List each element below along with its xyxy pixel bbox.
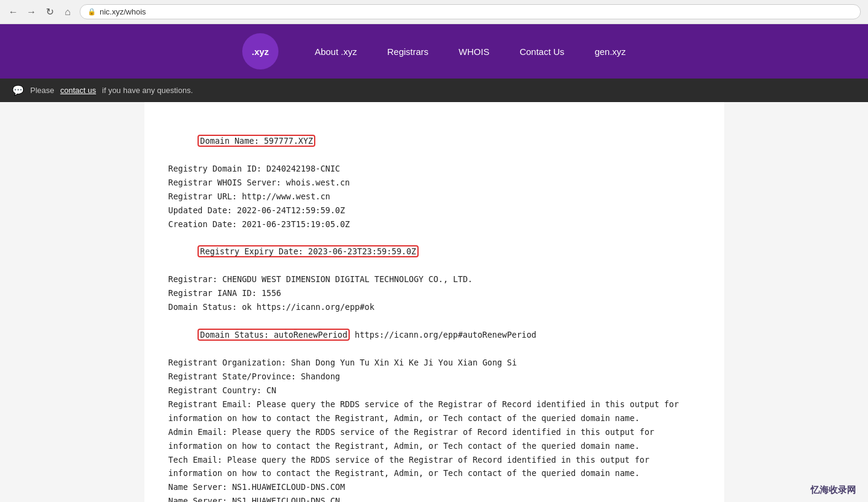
- registrar-whois: Registrar WHOIS Server: whois.west.cn: [169, 176, 700, 190]
- browser-chrome: ← → ↻ ⌂ 🔒 nic.xyz/whois: [0, 0, 868, 24]
- nav-gen[interactable]: gen.xyz: [594, 47, 626, 57]
- reload-button[interactable]: ↻: [43, 6, 56, 18]
- nav-registrars[interactable]: Registrars: [387, 47, 428, 57]
- chat-icon: 💬: [12, 85, 24, 96]
- nav-whois[interactable]: WHOIS: [458, 47, 489, 57]
- registrant-country: Registrant Country: CN: [169, 384, 700, 397]
- nav-contact[interactable]: Contact Us: [519, 47, 564, 57]
- domain-status-ok: Domain Status: ok https://icann.org/epp#…: [169, 300, 700, 314]
- forward-button[interactable]: →: [25, 6, 37, 18]
- info-prefix: Please: [30, 86, 54, 95]
- lock-icon: 🔒: [88, 8, 96, 16]
- domain-name-highlighted: Domain Name: 597777.XYZ: [198, 135, 315, 147]
- domain-status-auto-url: https://icann.org/epp#autoRenewPeriod: [350, 330, 536, 339]
- ns2: Name Server: NS1.HUAWEICLOUD-DNS.CN: [169, 494, 700, 502]
- registry-domain-id: Registry Domain ID: D240242198-CNIC: [169, 162, 700, 176]
- registrant-state: Registrant State/Province: Shandong: [169, 370, 700, 384]
- domain-status-auto-line: Domain Status: autoRenewPeriod https://i…: [169, 314, 700, 356]
- home-button[interactable]: ⌂: [62, 6, 74, 18]
- logo[interactable]: .xyz: [242, 33, 278, 69]
- nav-about[interactable]: About .xyz: [315, 47, 357, 57]
- site-header: .xyz About .xyz Registrars WHOIS Contact…: [0, 24, 868, 79]
- registrant-org: Registrant Organization: Shan Dong Yun T…: [169, 356, 700, 370]
- tech-email: Tech Email: Please query the RDDS servic…: [169, 453, 700, 481]
- info-bar: 💬 Please contact us if you have any ques…: [0, 79, 868, 102]
- registrar-url: Registrar URL: http://www.west.cn: [169, 190, 700, 204]
- whois-data: Domain Name: 597777.XYZ Registry Domain …: [169, 120, 700, 502]
- updated-date: Updated Date: 2022-06-24T12:59:59.0Z: [169, 204, 700, 217]
- contact-link[interactable]: contact us: [60, 86, 96, 95]
- admin-email: Admin Email: Please query the RDDS servi…: [169, 425, 700, 453]
- watermark-text: 忆海收录网: [811, 484, 856, 495]
- creation-date: Creation Date: 2021-06-23T15:19:05.0Z: [169, 217, 700, 231]
- registrant-email: Registrant Email: Please query the RDDS …: [169, 397, 700, 425]
- domain-name-line: Domain Name: 597777.XYZ: [169, 120, 700, 162]
- expiry-date-highlighted: Registry Expiry Date: 2023-06-23T23:59:5…: [198, 245, 419, 257]
- registrar-line: Registrar: CHENGDU WEST DIMENSION DIGITA…: [169, 272, 700, 286]
- url-text: nic.xyz/whois: [100, 7, 146, 16]
- nav-links: About .xyz Registrars WHOIS Contact Us g…: [315, 47, 626, 57]
- back-button[interactable]: ←: [7, 6, 19, 18]
- info-suffix: if you have any questions.: [102, 86, 193, 95]
- address-bar[interactable]: 🔒 nic.xyz/whois: [80, 4, 861, 19]
- expiry-date-line: Registry Expiry Date: 2023-06-23T23:59:5…: [169, 231, 700, 273]
- main-content: Domain Name: 597777.XYZ Registry Domain …: [144, 102, 724, 502]
- domain-status-auto-highlighted: Domain Status: autoRenewPeriod: [198, 329, 350, 341]
- watermark: 忆海收录网: [811, 484, 856, 496]
- ns1: Name Server: NS1.HUAWEICLOUD-DNS.COM: [169, 480, 700, 494]
- logo-text: .xyz: [252, 47, 269, 57]
- registrar-iana: Registrar IANA ID: 1556: [169, 286, 700, 300]
